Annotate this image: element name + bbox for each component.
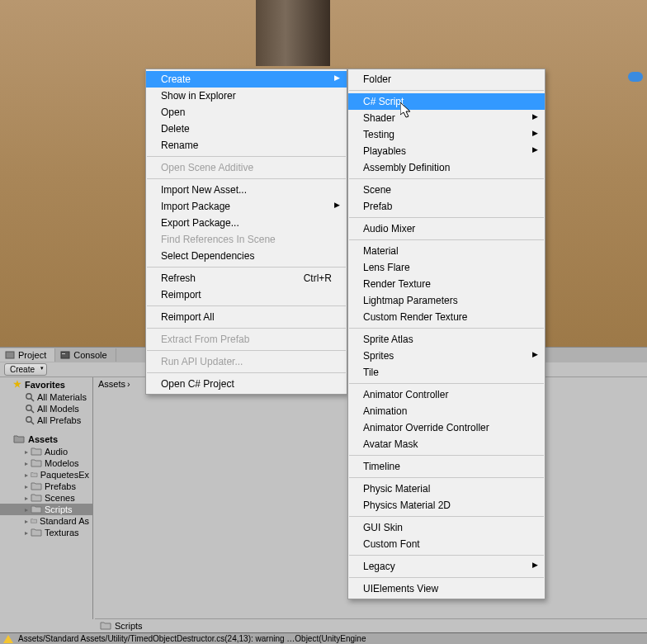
menu-item[interactable]: Folder [348, 71, 545, 88]
menu-item[interactable]: Shader▶ [348, 110, 545, 126]
scene-gizmo-badge[interactable] [628, 72, 643, 82]
menu-item[interactable]: Animation [348, 403, 545, 419]
menu-item[interactable]: Sprites▶ [348, 348, 545, 364]
tree-asset-item[interactable]: ▸Scenes [0, 492, 92, 504]
chevron-right-icon: ▸ [25, 495, 28, 502]
menu-item[interactable]: RefreshCtrl+R [146, 270, 347, 286]
menu-item: Find References In Scene [146, 231, 347, 248]
menu-item[interactable]: Custom Font [348, 536, 545, 552]
context-menu[interactable]: Create▶Show in ExplorerOpenDeleteRenameO… [145, 69, 347, 395]
menu-item[interactable]: Animator Override Controller [348, 419, 545, 436]
tree-item-label: All Materials [37, 392, 87, 402]
menu-item[interactable]: Scene [348, 182, 545, 198]
menu-item[interactable]: Testing▶ [348, 126, 545, 143]
menu-item[interactable]: Lightmap Parameters [348, 292, 545, 309]
menu-item-label: Physics Material 2D [363, 500, 451, 511]
menu-item[interactable]: Delete [146, 121, 347, 137]
menu-item: Extract From Prefab [146, 331, 347, 348]
tab-console[interactable]: Console [55, 348, 116, 362]
menu-item[interactable]: Audio Mixer [348, 220, 545, 237]
menu-item[interactable]: Assembly Definition [348, 159, 545, 176]
status-text: Assets/Standard Assets/Utility/TimedObje… [18, 634, 366, 643]
menu-item[interactable]: UIElements View [348, 580, 545, 597]
tree-favorite-item[interactable]: All Prefabs [0, 414, 92, 426]
menu-item-label: Reimport All [161, 311, 215, 323]
tree-asset-item[interactable]: ▸Standard As [0, 515, 92, 527]
project-tree[interactable]: ★ Favorites All MaterialsAll ModelsAll P… [0, 377, 93, 619]
tree-asset-item[interactable]: ▸Scripts [0, 504, 92, 515]
tree-asset-item[interactable]: ▸PaquetesEx [0, 469, 92, 481]
breadcrumb-root[interactable]: Assets [98, 379, 125, 389]
menu-item[interactable]: Reimport All [146, 309, 347, 325]
create-submenu[interactable]: FolderC# ScriptShader▶Testing▶Playables▶… [347, 69, 545, 599]
menu-item[interactable]: Prefab [348, 198, 545, 215]
tree-asset-item[interactable]: ▸Texturas [0, 527, 92, 538]
menu-item-label: Open C# Project [161, 378, 234, 390]
statusbar[interactable]: Assets/Standard Assets/Utility/TimedObje… [0, 632, 647, 644]
menu-item[interactable]: Timeline [348, 458, 545, 475]
scene-object [256, 0, 330, 66]
menu-item-label: Find References In Scene [161, 234, 276, 245]
menu-item-label: Testing [363, 129, 394, 140]
tree-favorite-item[interactable]: All Models [0, 403, 92, 414]
menu-item[interactable]: Open C# Project [146, 376, 347, 392]
menu-item-label: Sprite Atlas [363, 334, 413, 345]
folder-icon [31, 447, 42, 457]
menu-item[interactable]: Playables▶ [348, 143, 545, 159]
menu-item-label: Render Texture [363, 278, 431, 290]
menu-item[interactable]: Open [146, 104, 347, 121]
menu-item[interactable]: Physic Material [348, 481, 545, 497]
menu-item[interactable]: Render Texture [348, 276, 545, 292]
menu-item-label: Custom Font [363, 538, 420, 550]
create-button[interactable]: Create [4, 363, 47, 376]
menu-item[interactable]: Reimport [146, 286, 347, 303]
menu-item[interactable]: GUI Skin [348, 519, 545, 536]
menu-separator [349, 577, 544, 578]
tree-asset-item[interactable]: ▸Prefabs [0, 481, 92, 492]
tab-project[interactable]: Project [0, 348, 55, 362]
tab-label: Project [18, 350, 46, 360]
menu-item-label: Physic Material [363, 483, 430, 495]
menu-item-label: Select Dependencies [161, 250, 254, 262]
tree-item-label: PaquetesEx [40, 470, 89, 480]
menu-item[interactable]: Export Package... [146, 215, 347, 231]
menu-separator [147, 305, 346, 306]
assets-header[interactable]: Assets [0, 433, 92, 446]
menu-item[interactable]: Rename [146, 137, 347, 154]
menu-item[interactable]: Legacy▶ [348, 558, 545, 575]
menu-item-label: Extract From Prefab [161, 334, 249, 345]
favorites-header[interactable]: ★ Favorites [0, 377, 92, 391]
tree-item-label: Scenes [45, 493, 75, 503]
menu-item[interactable]: Sprite Atlas [348, 331, 545, 348]
menu-item-label: Tile [363, 367, 379, 378]
menu-item[interactable]: Import New Asset... [146, 182, 347, 198]
menu-separator [349, 328, 544, 329]
create-label: Create [10, 365, 35, 374]
menu-item[interactable]: Animator Controller [348, 386, 545, 403]
menu-item[interactable]: C# Script [348, 93, 545, 110]
menu-item[interactable]: Physics Material 2D [348, 497, 545, 514]
menu-item[interactable]: Lens Flare [348, 259, 545, 276]
svg-point-5 [26, 405, 31, 410]
chevron-right-icon: ▶ [532, 145, 538, 154]
menu-item-label: Delete [161, 123, 190, 135]
tree-asset-item[interactable]: ▸Modelos [0, 457, 92, 469]
menu-item[interactable]: Import Package▶ [146, 198, 347, 215]
menu-item[interactable]: Avatar Mask [348, 436, 545, 452]
tree-favorite-item[interactable]: All Materials [0, 391, 92, 403]
menu-item[interactable]: Create▶ [146, 71, 347, 88]
chevron-right-icon: ▶ [532, 112, 538, 121]
tree-item-label: All Prefabs [37, 415, 81, 425]
menu-item-label: Prefab [363, 201, 392, 212]
menu-item[interactable]: Custom Render Texture [348, 309, 545, 325]
menu-item[interactable]: Select Dependencies [146, 248, 347, 264]
chevron-right-icon: ▸ [25, 518, 28, 525]
tree-asset-item[interactable]: ▸Audio [0, 446, 92, 457]
menu-item[interactable]: Show in Explorer [146, 88, 347, 104]
menu-item[interactable]: Material [348, 243, 545, 259]
folder-icon [31, 493, 42, 503]
menu-item[interactable]: Tile [348, 364, 545, 381]
folder-icon [31, 516, 37, 526]
menu-separator [349, 178, 544, 179]
menu-item-label: Material [363, 245, 399, 257]
